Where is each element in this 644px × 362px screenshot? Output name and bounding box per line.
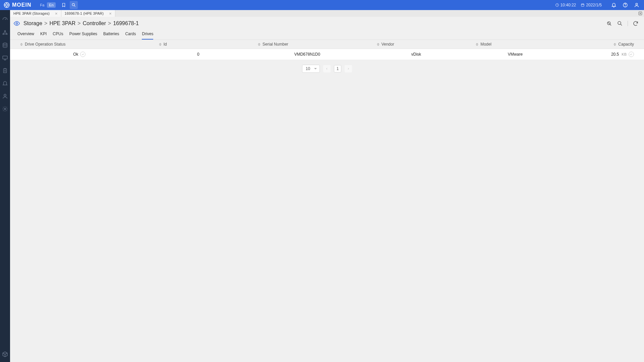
subtab-cards[interactable]: Cards <box>125 32 136 40</box>
clock-display: 10:40:22 <box>555 3 576 7</box>
col-serial[interactable]: Serial Number <box>248 42 367 47</box>
bell-outline-icon <box>2 80 8 86</box>
nav-topology[interactable] <box>2 29 8 36</box>
chevron-right-icon <box>347 67 350 70</box>
nav-users[interactable] <box>2 93 8 99</box>
nav-settings[interactable] <box>2 106 8 112</box>
status-chart-button[interactable] <box>80 52 85 57</box>
svg-point-17 <box>16 23 18 24</box>
cell-id: 0 <box>149 52 248 57</box>
nav-dashboard[interactable] <box>2 17 8 23</box>
tab-controller[interactable]: 1699678-1 (HPE 3PAR) × <box>61 10 115 17</box>
clock-icon <box>555 3 559 7</box>
capacity-chart-button[interactable] <box>629 52 634 57</box>
svg-point-6 <box>625 6 626 6</box>
user-menu-button[interactable] <box>633 1 641 9</box>
col-vendor[interactable]: Vendor <box>367 42 466 47</box>
nav-storage[interactable] <box>2 42 8 48</box>
col-status[interactable]: Drive Operation Status <box>10 42 149 47</box>
sort-icon[interactable] <box>20 43 23 46</box>
logo-icon <box>3 2 10 8</box>
breadcrumb: Storage > HPE 3PAR > Controller >1699678… <box>23 20 139 26</box>
search-in-page-button[interactable] <box>617 20 623 26</box>
serial-text: VMD678N1D0 <box>294 52 320 57</box>
cell-vendor: vDisk <box>367 52 466 57</box>
lang-en-button[interactable]: En <box>47 2 55 8</box>
search-button[interactable] <box>70 1 78 9</box>
breadcrumb-controller[interactable]: Controller <box>83 20 106 26</box>
subtab-cpus[interactable]: CPUs <box>53 32 63 40</box>
nav-alerts[interactable] <box>2 80 8 86</box>
status-text: Ok <box>73 52 78 57</box>
sort-icon[interactable] <box>613 43 616 46</box>
tab-close-button[interactable]: × <box>109 11 112 16</box>
date-text: 2022/1/5 <box>586 3 602 7</box>
svg-point-8 <box>3 34 4 35</box>
col-id[interactable]: Id <box>149 42 248 47</box>
svg-point-19 <box>618 21 621 24</box>
logo[interactable]: MOEIN <box>3 2 31 8</box>
table-row[interactable]: Ok 0 VMD678N1D0 vDisk VMware <box>10 49 644 60</box>
user-outline-icon <box>2 93 8 99</box>
notifications-button[interactable] <box>610 1 618 9</box>
bookmark-button[interactable] <box>60 1 68 9</box>
main-area: HPE 3PAR (Storages) × 1699678-1 (HPE 3PA… <box>10 10 644 362</box>
cell-serial: VMD678N1D0 <box>248 52 367 57</box>
page-prev-button[interactable] <box>323 65 331 72</box>
sort-icon[interactable] <box>476 43 478 46</box>
svg-point-9 <box>5 31 6 32</box>
page-next-button[interactable] <box>345 65 352 72</box>
page-number[interactable]: 1 <box>334 65 341 72</box>
sub-tabs: Overview KPI CPUs Power Supplies Batteri… <box>10 27 644 40</box>
subtab-drives[interactable]: Drives <box>142 32 153 40</box>
sort-icon[interactable] <box>377 43 379 46</box>
cell-model: VMware <box>466 52 565 57</box>
tab-label: 1699678-1 (HPE 3PAR) <box>65 11 104 15</box>
col-label: Model <box>480 42 491 47</box>
page-size-select[interactable]: 10 <box>302 65 320 73</box>
svg-rect-12 <box>3 56 7 59</box>
filter-off-icon <box>606 20 612 26</box>
clipboard-icon <box>2 68 8 74</box>
subtab-overview[interactable]: Overview <box>17 32 34 40</box>
tab-storages[interactable]: HPE 3PAR (Storages) × <box>10 10 61 17</box>
breadcrumb-sep: > <box>44 20 47 26</box>
lang-fa-button[interactable]: Fa <box>38 2 46 8</box>
subtab-power-supplies[interactable]: Power Supplies <box>69 32 97 40</box>
date-display: 2022/1/5 <box>581 3 602 7</box>
subtab-kpi[interactable]: KPI <box>40 32 47 40</box>
filter-off-button[interactable] <box>606 20 612 26</box>
refresh-button[interactable] <box>633 20 639 26</box>
sort-icon[interactable] <box>258 43 260 46</box>
nav-reports[interactable] <box>2 68 8 74</box>
pagination: 10 1 <box>10 60 644 77</box>
view-icon <box>13 20 20 27</box>
nav-monitor[interactable] <box>2 55 8 61</box>
logo-text: MOEIN <box>12 2 31 8</box>
tab-close-button[interactable]: × <box>55 11 58 16</box>
help-button[interactable] <box>621 1 629 9</box>
language-switch: Fa En <box>38 2 55 8</box>
svg-point-14 <box>4 94 6 96</box>
model-text: VMware <box>508 52 523 57</box>
col-label: Serial Number <box>262 42 288 47</box>
breadcrumb-hpe3par[interactable]: HPE 3PAR <box>49 20 75 26</box>
top-bar: MOEIN Fa En 10:40:22 2022/1/5 <box>0 0 644 10</box>
bell-icon <box>611 2 617 8</box>
mini-chart-icon <box>81 53 84 56</box>
svg-point-7 <box>636 3 637 5</box>
subtab-batteries[interactable]: Batteries <box>103 32 119 40</box>
col-capacity[interactable]: Capacity <box>565 42 644 47</box>
close-all-tabs-button[interactable] <box>637 10 644 17</box>
col-model[interactable]: Model <box>466 42 565 47</box>
page-header: Storage > HPE 3PAR > Controller >1699678… <box>10 17 644 27</box>
vendor-text: vDisk <box>411 52 421 57</box>
bookmark-icon <box>61 3 66 7</box>
table-header: Drive Operation Status Id Serial Number … <box>10 40 644 49</box>
user-icon <box>634 2 639 8</box>
nav-cube[interactable] <box>2 351 8 357</box>
breadcrumb-storage[interactable]: Storage <box>23 20 42 26</box>
svg-point-10 <box>6 34 7 35</box>
breadcrumb-current: 1699678-1 <box>113 20 139 26</box>
sort-icon[interactable] <box>159 43 162 46</box>
